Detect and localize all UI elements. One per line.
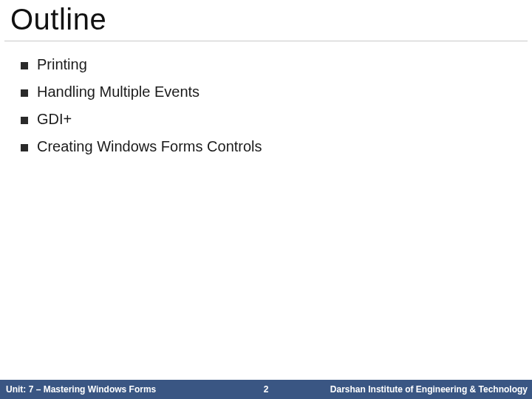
list-item-label: Handling Multiple Events [37,83,200,100]
list-item: Handling Multiple Events [21,83,511,100]
slide-footer: Unit: 7 – Mastering Windows Forms 2 Dars… [0,380,532,399]
list-item: Creating Windows Forms Controls [21,138,511,155]
outline-list: Printing Handling Multiple Events GDI+ C… [0,41,532,155]
slide-title: Outline [10,3,522,36]
list-item-label: GDI+ [37,111,72,128]
list-item: Printing [21,56,511,73]
list-item-label: Printing [37,56,87,73]
square-bullet-icon [21,89,28,97]
square-bullet-icon [21,144,28,151]
square-bullet-icon [21,62,28,69]
list-item: GDI+ [21,111,511,128]
list-item-label: Creating Windows Forms Controls [37,138,262,155]
title-block: Outline [0,0,532,41]
slide: Outline Printing Handling Multiple Event… [0,0,532,399]
footer-unit: Unit: 7 – Mastering Windows Forms [0,384,156,395]
square-bullet-icon [21,117,28,124]
footer-institute: Darshan Institute of Engineering & Techn… [330,384,532,395]
